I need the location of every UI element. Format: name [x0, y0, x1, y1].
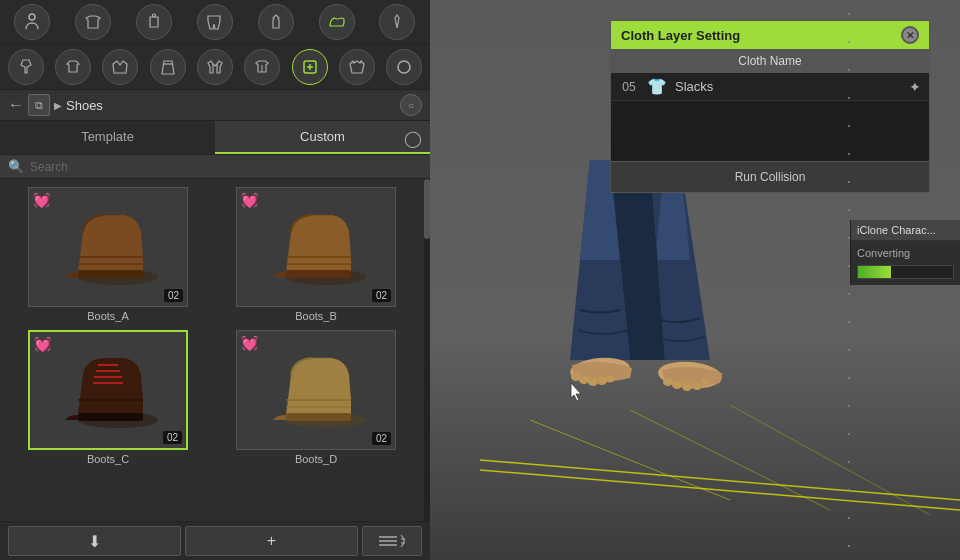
iclone-progress-fill	[858, 266, 891, 278]
list-item[interactable]: 💓 02 Boots_A	[8, 187, 208, 322]
icon-body[interactable]	[136, 4, 172, 40]
svg-rect-17	[286, 413, 351, 421]
add-button[interactable]: +	[185, 526, 358, 556]
icon-suit-top[interactable]	[102, 49, 138, 85]
item-badge: 02	[163, 431, 182, 444]
breadcrumb-menu-button[interactable]: ○	[400, 94, 422, 116]
item-label: Boots_B	[295, 310, 337, 322]
item-thumbnail: 💓 02	[28, 330, 188, 450]
left-panel: ← ⧉ ▶ Shoes ○ Template Custom ◯ 🔍 💓	[0, 0, 430, 560]
breadcrumb-row: ← ⧉ ▶ Shoes ○	[0, 90, 430, 121]
breadcrumb-label: Shoes	[66, 98, 396, 113]
svg-point-5	[398, 61, 410, 73]
svg-point-0	[29, 14, 35, 20]
svg-point-34	[663, 378, 673, 386]
item-thumbnail: 💓 02	[236, 330, 396, 450]
cloth-item-name: Slacks	[675, 79, 901, 94]
tab-custom[interactable]: Custom	[215, 121, 430, 154]
svg-point-37	[692, 382, 702, 390]
item-badge: 02	[372, 432, 391, 445]
item-corner-icon: 💓	[33, 192, 50, 208]
svg-point-1	[153, 14, 156, 17]
tab-template[interactable]: Template	[0, 121, 215, 154]
svg-point-32	[606, 376, 614, 383]
svg-rect-15	[78, 413, 143, 421]
top-icon-bar-1	[0, 0, 430, 45]
iclone-progress-bar	[857, 265, 954, 279]
svg-point-35	[672, 381, 682, 389]
main-viewport: Cloth Layer Setting ✕ Cloth Name 05 👕 Sl…	[430, 0, 960, 560]
item-badge: 02	[372, 289, 391, 302]
cloth-item-settings-icon[interactable]: ✦	[909, 79, 921, 95]
svg-point-36	[682, 383, 692, 391]
item-thumbnail: 💓 02	[28, 187, 188, 307]
search-bar: 🔍	[0, 155, 430, 179]
list-item[interactable]: 💓 02 Boots_B	[216, 187, 416, 322]
svg-point-30	[588, 378, 598, 386]
top-icon-bar-2	[0, 45, 430, 90]
item-badge: 02	[164, 289, 183, 302]
svg-rect-9	[286, 270, 351, 278]
item-corner-icon: 💓	[241, 192, 258, 208]
cloth-item-number: 05	[619, 80, 639, 94]
tab-row: Template Custom ◯	[0, 121, 430, 155]
icon-tie[interactable]	[379, 4, 415, 40]
dialog-close-button[interactable]: ✕	[901, 26, 919, 44]
cloth-item-row[interactable]: 05 👕 Slacks ✦	[611, 73, 929, 101]
icon-shoes[interactable]	[319, 4, 355, 40]
iclone-panel-title: iClone Charac...	[851, 220, 960, 241]
run-collision-button[interactable]: Run Collision	[611, 161, 929, 192]
icon-shirt2[interactable]	[244, 49, 280, 85]
icon-jacket[interactable]	[197, 49, 233, 85]
icon-shirt[interactable]	[75, 4, 111, 40]
search-input[interactable]	[30, 160, 422, 174]
bottom-toolbar: ⬇ +	[0, 521, 430, 560]
icon-top[interactable]	[55, 49, 91, 85]
icon-circle[interactable]	[386, 49, 422, 85]
list-item[interactable]: 💓 02 Boots_C	[8, 330, 208, 465]
sort-button[interactable]	[362, 526, 422, 556]
cloth-name-header: Cloth Name	[611, 49, 929, 73]
svg-point-38	[701, 379, 709, 386]
iclone-panel-status: Converting	[851, 241, 960, 265]
cloth-layer-dialog: Cloth Layer Setting ✕ Cloth Name 05 👕 Sl…	[610, 20, 930, 193]
cloth-item-shirt-icon: 👕	[647, 77, 667, 96]
cloth-empty-area	[611, 101, 929, 161]
item-corner-icon: 💓	[34, 336, 51, 352]
svg-line-23	[480, 470, 960, 510]
copy-button[interactable]: ⧉	[28, 94, 50, 116]
svg-line-22	[480, 460, 960, 500]
item-grid: 💓 02 Boots_A	[0, 179, 424, 521]
item-corner-icon: 💓	[241, 335, 258, 351]
svg-rect-7	[78, 270, 143, 278]
icon-dress[interactable]	[8, 49, 44, 85]
item-label: Boots_A	[87, 310, 129, 322]
download-button[interactable]: ⬇	[8, 526, 181, 556]
back-button[interactable]: ←	[8, 97, 24, 113]
list-item[interactable]: 💓 02 Boots_D	[216, 330, 416, 465]
tab-menu-icon[interactable]: ◯	[404, 128, 422, 147]
item-thumbnail: 💓 02	[236, 187, 396, 307]
svg-point-31	[597, 377, 607, 385]
icon-coat[interactable]	[339, 49, 375, 85]
item-label: Boots_C	[87, 453, 129, 465]
breadcrumb-arrow: ▶	[54, 100, 62, 111]
iclone-panel: iClone Charac... Converting	[850, 220, 960, 285]
icon-outfit[interactable]	[258, 4, 294, 40]
icon-active-item[interactable]	[292, 49, 328, 85]
dialog-title-bar: Cloth Layer Setting ✕	[611, 21, 929, 49]
item-label: Boots_D	[295, 453, 337, 465]
search-icon: 🔍	[8, 159, 24, 174]
icon-person[interactable]	[14, 4, 50, 40]
icon-skirt[interactable]	[150, 49, 186, 85]
dialog-title: Cloth Layer Setting	[621, 28, 740, 43]
icon-pants[interactable]	[197, 4, 233, 40]
svg-point-29	[579, 376, 589, 384]
